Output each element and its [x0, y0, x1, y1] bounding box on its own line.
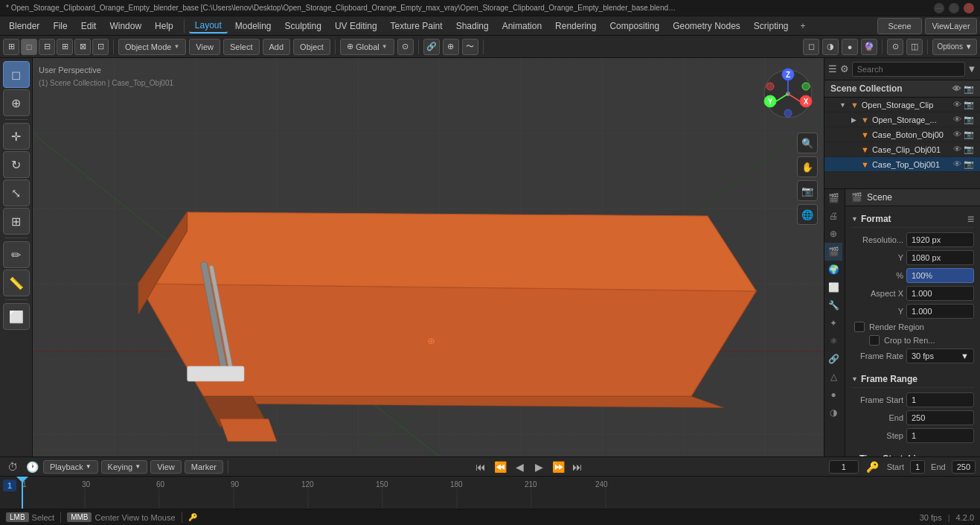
step-forward-button[interactable]: ⏩	[549, 459, 567, 475]
proportional-falloff-btn[interactable]: 〜	[462, 39, 478, 55]
workspace-tab-modeling[interactable]: Modeling	[229, 19, 278, 33]
close-button[interactable]: ✕	[964, 3, 974, 13]
format-section-header[interactable]: ▼ Format ☰	[851, 211, 974, 228]
viewport-3d[interactable]: ⊕ User Perspective (1) Scene Collection …	[33, 58, 824, 456]
workspace-tab-shading[interactable]: Shading	[450, 19, 495, 33]
aspect-x-field[interactable]: 1.000	[906, 286, 974, 301]
particles-properties-tab[interactable]: ✦	[824, 314, 842, 332]
render-icon[interactable]: 📷	[964, 115, 974, 124]
viewport-shading-4[interactable]: 🔮	[861, 39, 877, 55]
timeline-type-icon[interactable]: ⏱	[4, 459, 21, 475]
window-controls[interactable]: — □ ✕	[934, 3, 974, 13]
physics-properties-tab[interactable]: ⚛	[824, 332, 842, 350]
render-icon[interactable]: 📷	[964, 130, 974, 139]
clock-icon[interactable]: 🕐	[24, 459, 40, 475]
workspace-tab-scripting[interactable]: Scripting	[748, 19, 795, 33]
pan-button[interactable]: ✋	[797, 156, 818, 177]
resolution-pct-field[interactable]: 100%	[906, 268, 974, 283]
view-menu-timeline[interactable]: View	[150, 460, 182, 474]
shader-properties-tab[interactable]: ◑	[824, 404, 842, 421]
keyframe-icon[interactable]: 🔑	[865, 459, 881, 475]
overlay-btn[interactable]: ⊙	[887, 39, 903, 55]
render-icon[interactable]: 📷	[964, 159, 974, 169]
crop-checkbox[interactable]	[869, 335, 880, 346]
layout-mode-4[interactable]: ⊠	[74, 39, 91, 55]
world-view-button[interactable]: 🌐	[797, 204, 818, 225]
viewport-shading-1[interactable]: ◻	[803, 39, 819, 55]
visibility-icon[interactable]: 👁	[953, 130, 961, 139]
workspace-tab-compositing[interactable]: Compositing	[603, 19, 665, 33]
annotate-tool-button[interactable]: ✏	[3, 241, 30, 268]
menu-file[interactable]: File	[47, 19, 73, 33]
filter-icon[interactable]: ⚙	[839, 60, 850, 78]
list-item[interactable]: ▶ ▼ Case_Clip_Obj001 👁 📷	[824, 142, 980, 157]
format-options-icon[interactable]: ☰	[967, 215, 974, 223]
transform-tool-button[interactable]: ⊞	[3, 208, 30, 235]
menu-help[interactable]: Help	[149, 19, 179, 33]
proportional-edit-btn[interactable]: ⊕	[443, 39, 459, 55]
frame-end-field[interactable]: 250	[906, 410, 974, 425]
add-primitive-button[interactable]: ⬜	[3, 303, 30, 330]
navigation-gizmo[interactable]: Z X Y	[758, 64, 818, 124]
add-workspace-button[interactable]: +	[796, 19, 810, 33]
layout-mode-5[interactable]: ⊡	[92, 39, 109, 55]
current-frame-display[interactable]: 1	[829, 460, 859, 474]
workspace-tab-rendering[interactable]: Rendering	[549, 19, 602, 33]
material-properties-tab[interactable]: ●	[824, 386, 842, 404]
outliner-search-input[interactable]	[852, 62, 965, 77]
menu-window[interactable]: Window	[103, 19, 147, 33]
jump-to-start-button[interactable]: ⏮	[472, 459, 490, 475]
pivot-point-btn[interactable]: ⊙	[397, 39, 414, 55]
frame-range-section-header[interactable]: ▼ Frame Range	[851, 371, 974, 388]
scene-properties-tab[interactable]: 🎬	[824, 243, 842, 261]
add-menu[interactable]: Add	[263, 39, 291, 55]
camera-view-button[interactable]: 📷	[797, 180, 818, 201]
workspace-tab-texture[interactable]: Texture Paint	[385, 19, 449, 33]
list-item[interactable]: ▶ ▼ Case_Boton_Obj00 👁 📷	[824, 127, 980, 142]
scene-collection-render-icon[interactable]: 📷	[964, 84, 974, 94]
play-button[interactable]: ▶	[530, 459, 548, 475]
object-mode-dropdown[interactable]: Object Mode ▼	[118, 39, 186, 55]
frame-rate-dropdown[interactable]: 30 fps ▼	[906, 349, 974, 363]
object-menu[interactable]: Object	[293, 39, 330, 55]
outliner-type-icon[interactable]: ☰	[827, 60, 838, 78]
viewlayer-selector[interactable]: ViewLayer	[925, 18, 977, 34]
workspace-tab-uv[interactable]: UV Editing	[329, 19, 383, 33]
list-item[interactable]: ▶ ▼ Case_Top_Obj001 👁 📷	[824, 157, 980, 172]
frame-start-field[interactable]: 1	[906, 392, 974, 407]
layout-mode-2[interactable]: ⊟	[39, 39, 55, 55]
select-tool-button[interactable]: ◻	[3, 61, 30, 88]
select-menu[interactable]: Select	[223, 39, 260, 55]
step-back-button[interactable]: ⏪	[491, 459, 509, 475]
menu-blender[interactable]: Blender	[3, 19, 45, 33]
scene-collection-visibility-icon[interactable]: 👁	[952, 84, 961, 94]
visibility-icon[interactable]: 👁	[953, 159, 961, 169]
menu-edit[interactable]: Edit	[75, 19, 103, 33]
time-stretch-section-header[interactable]: ▶ Time Stretching	[851, 451, 974, 456]
maximize-button[interactable]: □	[949, 3, 959, 13]
editor-type-btn[interactable]: ⊞	[3, 39, 19, 55]
render-properties-tab[interactable]: 🎬	[824, 189, 842, 207]
outliner-search-icon[interactable]: ▼	[967, 60, 977, 78]
workspace-tab-geometry[interactable]: Geometry Nodes	[667, 19, 746, 33]
cursor-tool-button[interactable]: ⊕	[3, 89, 30, 116]
jump-to-end-button[interactable]: ⏭	[569, 459, 586, 475]
move-tool-button[interactable]: ✛	[3, 123, 30, 150]
transform-space-dropdown[interactable]: ⊕ Global ▼	[340, 39, 394, 55]
workspace-tab-sculpting[interactable]: Sculpting	[279, 19, 327, 33]
visibility-icon[interactable]: 👁	[953, 115, 961, 124]
playback-menu[interactable]: Playback ▼	[43, 460, 98, 474]
resolution-y-field[interactable]: 1080 px	[906, 250, 974, 265]
output-properties-tab[interactable]: 🖨	[824, 207, 842, 225]
rotate-tool-button[interactable]: ↻	[3, 151, 30, 178]
start-frame-display[interactable]: 1	[910, 460, 925, 474]
minimize-button[interactable]: —	[934, 3, 944, 13]
list-item[interactable]: ▼ ▼ Open_Storage_Clip 👁 📷	[824, 98, 980, 112]
keying-menu[interactable]: Keying ▼	[101, 460, 148, 474]
list-item[interactable]: ▶ ▼ Open_Storage_... 👁 📷	[824, 112, 980, 127]
snapping-btn[interactable]: 🔗	[423, 39, 440, 55]
visibility-icon[interactable]: 👁	[953, 144, 961, 154]
options-dropdown[interactable]: Options ▼	[932, 39, 977, 55]
workspace-tab-animation[interactable]: Animation	[496, 19, 548, 33]
render-icon[interactable]: 📷	[964, 100, 974, 109]
